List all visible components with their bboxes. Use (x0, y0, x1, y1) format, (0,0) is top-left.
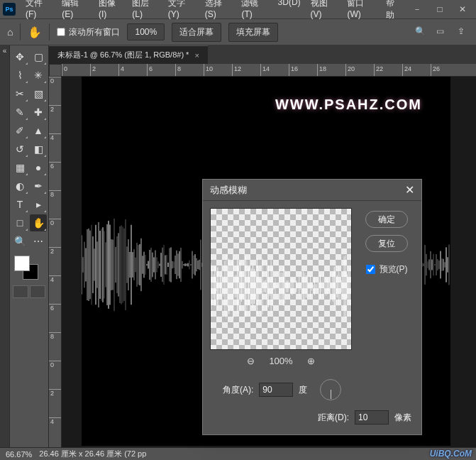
preview-checkbox-input[interactable] (366, 265, 375, 274)
hand-tool-icon: ✋ (28, 26, 42, 39)
dialog-title: 动感模糊 (210, 184, 247, 197)
menu-image[interactable]: 图像(I) (94, 0, 126, 23)
dodge-tool[interactable]: ◐ (11, 177, 28, 195)
scroll-all-label: 滚动所有窗口 (69, 26, 120, 38)
eyedropper-tool[interactable]: ✎ (11, 104, 28, 121)
angle-unit: 度 (299, 384, 307, 396)
marquee-tool[interactable]: ▢ (30, 48, 47, 65)
menu-window[interactable]: 窗口(W) (343, 0, 380, 23)
angle-input[interactable] (259, 383, 293, 397)
separator (20, 23, 21, 40)
menu-edit[interactable]: 编辑(E) (57, 0, 93, 23)
brush-tool[interactable]: ✐ (11, 122, 28, 139)
status-bar: 66.67% 26.46 厘米 x 26.46 厘米 (72 pp (0, 447, 476, 460)
share-icon[interactable]: ⇪ (458, 26, 469, 38)
window-minimize-button[interactable]: － (406, 2, 428, 16)
status-zoom[interactable]: 66.67% (6, 450, 32, 459)
frame-tool[interactable]: ▧ (30, 85, 47, 102)
menu-view[interactable]: 视图(V) (306, 0, 342, 23)
vertical-ruler: 0246802468024 (49, 77, 62, 447)
blur-tool[interactable]: ● (30, 159, 47, 176)
scroll-all-windows-checkbox[interactable]: 滚动所有窗口 (57, 26, 120, 38)
menu-help[interactable]: 帮助 (382, 0, 406, 23)
fill-screen-button[interactable]: 填充屏幕 (228, 23, 278, 42)
ruler-corner (49, 64, 62, 77)
eraser-tool[interactable]: ◧ (30, 141, 47, 158)
color-swatches[interactable] (11, 256, 47, 281)
fit-screen-button[interactable]: 适合屏幕 (172, 23, 221, 42)
distance-input[interactable] (355, 410, 389, 425)
type-tool[interactable]: T (11, 196, 28, 213)
healing-tool[interactable]: ✚ (30, 104, 47, 121)
preview-checkbox-label: 预览(P) (380, 263, 408, 275)
quick-select-tool[interactable]: ✳ (30, 67, 47, 84)
window-close-button[interactable]: ✕ (452, 2, 473, 16)
edit-toolbar[interactable]: ⋯ (30, 233, 47, 250)
zoom-out-icon[interactable]: ⊖ (247, 356, 255, 366)
crop-tool[interactable]: ✂ (11, 85, 28, 102)
toolbox: ✥ ▢ ⌇ ✳ ✂ ▧ ✎ ✚ ✐ ▲ ↺ ◧ ▦ ● ◐ ✒ T ▸ □ ✋ … (10, 45, 49, 447)
dialog-close-button[interactable]: ✕ (405, 183, 414, 197)
angle-label: 角度(A): (223, 384, 253, 396)
menu-file[interactable]: 文件(F) (21, 0, 56, 23)
menu-select[interactable]: 选择(S) (201, 0, 236, 23)
document-tab-bar: 未标题-1 @ 66.7% (图层 1, RGB/8#) * × (49, 45, 476, 64)
ok-button[interactable]: 确定 (365, 211, 408, 228)
preview-box[interactable] (210, 208, 352, 350)
document-tab-title: 未标题-1 @ 66.7% (图层 1, RGB/8#) * (57, 50, 189, 60)
hand-tool[interactable]: ✋ (30, 214, 47, 231)
lasso-tool[interactable]: ⌇ (11, 67, 28, 84)
site-watermark: UiBQ.CoM (430, 449, 472, 459)
menu-layer[interactable]: 图层(L) (128, 0, 162, 23)
dialog-title-bar[interactable]: 动感模糊 ✕ (203, 180, 421, 201)
search-icon[interactable]: 🔍 (415, 26, 426, 38)
path-select-tool[interactable]: ▸ (30, 196, 47, 213)
zoom-button[interactable]: 100% (127, 23, 165, 40)
menu-filter[interactable]: 滤镜(T) (237, 0, 272, 23)
home-icon[interactable]: ⌂ (7, 26, 13, 38)
gradient-tool[interactable]: ▦ (11, 159, 28, 176)
move-tool[interactable]: ✥ (11, 48, 28, 65)
motion-blur-dialog: 动感模糊 ✕ ⊖ 100% ⊕ 确定 复位 预览(P) 角度(A): 度 (202, 179, 422, 435)
app-logo: Ps (3, 3, 16, 16)
quick-mask-toggle[interactable] (11, 285, 47, 298)
scroll-all-checkbox-input[interactable] (57, 28, 65, 36)
close-tab-icon[interactable]: × (194, 51, 199, 60)
preview-zoom-value: 100% (269, 356, 292, 366)
menu-type[interactable]: 文字(Y) (164, 0, 199, 23)
pen-tool[interactable]: ✒ (30, 177, 47, 195)
main-menu: 文件(F) 编辑(E) 图像(I) 图层(L) 文字(Y) 选择(S) 滤镜(T… (21, 0, 406, 23)
zoom-tool[interactable]: 🔍 (11, 233, 28, 250)
window-maximize-button[interactable]: □ (429, 2, 450, 16)
shape-tool[interactable]: □ (11, 214, 28, 231)
distance-label: 距离(D): (318, 412, 349, 424)
menu-3d[interactable]: 3D(D) (274, 0, 305, 23)
document-tab[interactable]: 未标题-1 @ 66.7% (图层 1, RGB/8#) * × (49, 45, 208, 64)
distance-unit: 像素 (394, 412, 411, 424)
canvas-watermark-text: WWW.PSAHZ.COM (275, 97, 422, 113)
stamp-tool[interactable]: ▲ (30, 122, 47, 139)
status-dimensions: 26.46 厘米 x 26.46 厘米 (72 pp (39, 449, 146, 459)
preview-checkbox[interactable]: 预览(P) (366, 263, 408, 275)
separator (49, 23, 50, 40)
title-bar: Ps 文件(F) 编辑(E) 图像(I) 图层(L) 文字(Y) 选择(S) 滤… (0, 0, 476, 18)
panel-icon[interactable]: ▭ (436, 26, 448, 38)
horizontal-ruler: 02468101214161820222426 (62, 64, 476, 77)
collapsed-panel-strip[interactable]: « (0, 45, 10, 447)
history-brush-tool[interactable]: ↺ (11, 141, 28, 158)
reset-button[interactable]: 复位 (365, 235, 408, 252)
angle-dial[interactable] (320, 379, 341, 400)
foreground-color-swatch[interactable] (14, 256, 30, 271)
zoom-in-icon[interactable]: ⊕ (307, 356, 315, 366)
